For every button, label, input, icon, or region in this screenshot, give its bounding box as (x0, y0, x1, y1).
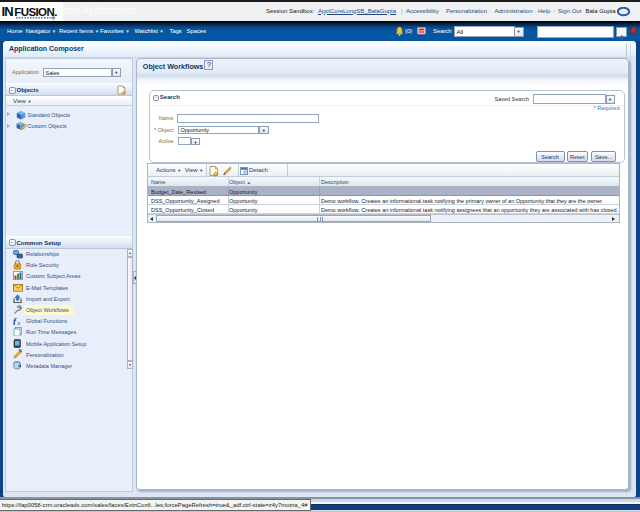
svg-text:IN: IN (2, 4, 14, 19)
svg-text:FUSION.: FUSION. (14, 6, 57, 18)
svg-text:f: f (13, 316, 17, 325)
svg-text:x: x (17, 320, 21, 326)
